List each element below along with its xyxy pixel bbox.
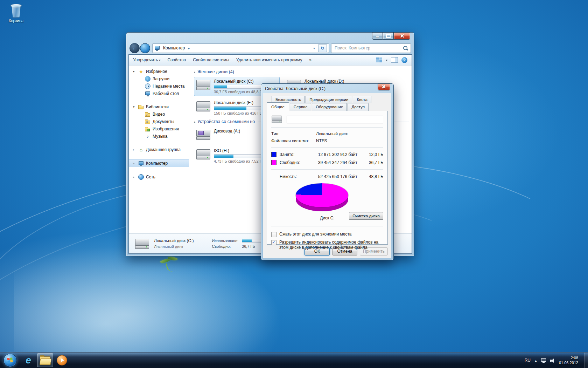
tab-previous-versions[interactable]: Предыдущие версии	[306, 96, 352, 103]
group-header-label: Устройства со съемными но	[197, 119, 255, 124]
forward-button[interactable]	[140, 43, 150, 53]
search-input[interactable]	[334, 45, 403, 51]
sidebar-spacer	[129, 140, 189, 146]
tab-hardware[interactable]: Оборудование	[312, 103, 347, 111]
removable-drive-icon	[196, 148, 211, 161]
help-icon[interactable]	[401, 57, 407, 63]
expander-icon[interactable]	[133, 162, 137, 165]
free-color-swatch	[271, 160, 276, 165]
tab-security[interactable]: Безопасность	[272, 96, 305, 103]
disk-cleanup-button[interactable]: Очистка диска	[349, 212, 383, 220]
change-view-icon[interactable]	[376, 57, 382, 63]
capacity-row: Емкость: 52 425 650 176 байт 48,8 ГБ	[271, 174, 383, 179]
expander-icon[interactable]	[133, 148, 137, 151]
sidebar-item-pictures[interactable]: Изображения	[129, 125, 189, 132]
sidebar-label: Рабочий стол	[153, 91, 179, 96]
sidebar-item-downloads[interactable]: Загрузки	[129, 75, 189, 82]
expander-icon[interactable]	[133, 175, 137, 179]
index-checkbox-row[interactable]: Разрешить индексировать содержимое файло…	[271, 240, 383, 250]
sidebar-label: Изображения	[153, 127, 179, 131]
search-icon[interactable]	[403, 46, 408, 51]
dialog-close-button[interactable]	[378, 83, 390, 90]
tab-tools[interactable]: Сервис	[290, 103, 311, 111]
search-box[interactable]	[331, 43, 411, 53]
minimize-button[interactable]	[372, 32, 383, 40]
details-drive-name: Локальный диск (C:)	[154, 238, 194, 243]
network-icon[interactable]	[541, 358, 546, 363]
hard-drive-icon	[134, 237, 150, 250]
explorer-titlebar[interactable]	[126, 33, 414, 42]
preview-pane-icon[interactable]	[391, 57, 398, 63]
compress-checkbox-row[interactable]: Сжать этот диск для экономии места	[271, 232, 383, 237]
internet-explorer-taskbar-button[interactable]: e	[20, 353, 36, 367]
sidebar-label: Видео	[153, 112, 165, 117]
drive-name: Локальный диск (D:)	[304, 79, 344, 84]
organize-menu[interactable]: Упорядочить	[133, 57, 160, 62]
compress-checkbox-label: Сжать этот диск для экономии места	[279, 232, 351, 237]
dialog-titlebar[interactable]: Свойства: Локальный диск (C:)	[261, 84, 393, 93]
show-desktop-button[interactable]	[584, 353, 588, 368]
sidebar-spacer	[129, 153, 189, 159]
view-dropdown-icon[interactable]	[386, 57, 387, 62]
system-properties-button[interactable]: Свойства системы	[193, 57, 229, 62]
sidebar-item-libraries[interactable]: Библиотеки	[129, 103, 189, 110]
sidebar-item-desktop[interactable]: Рабочий стол	[129, 90, 189, 97]
details-used-label: Использовано:	[212, 239, 239, 243]
sidebar-label: Музыка	[153, 134, 167, 139]
tab-quota[interactable]: Квота	[353, 96, 371, 103]
documents-icon: ≡	[145, 119, 150, 124]
drive-name: Дисковод (A:)	[214, 129, 240, 134]
expander-icon[interactable]	[133, 105, 137, 109]
libraries-icon	[138, 104, 144, 110]
tab-general[interactable]: Общие	[267, 102, 289, 111]
wallpaper-glow	[14, 245, 280, 364]
close-button[interactable]	[394, 32, 410, 40]
command-bar: Упорядочить Свойства Свойства системы Уд…	[129, 55, 412, 66]
group-expander-icon[interactable]	[194, 120, 195, 123]
sidebar-item-documents[interactable]: ≡ Документы	[129, 118, 189, 125]
sidebar-spacer	[129, 167, 189, 173]
maximize-button[interactable]	[383, 32, 394, 40]
sidebar-item-favorites[interactable]: Избранное	[129, 68, 189, 75]
explorer-taskbar-button[interactable]	[37, 353, 53, 367]
refresh-icon[interactable]	[318, 44, 327, 52]
back-button[interactable]	[130, 43, 140, 53]
breadcrumb-computer[interactable]: Компьютер	[161, 45, 187, 51]
pie-top	[296, 183, 348, 207]
start-button[interactable]	[4, 354, 17, 367]
address-dropdown-icon[interactable]	[312, 46, 317, 50]
volume-icon[interactable]	[550, 358, 555, 363]
chevron-right-icon[interactable]	[188, 46, 190, 50]
recycle-bin[interactable]: Корзина	[5, 3, 27, 23]
uninstall-program-button[interactable]: Удалить или изменить программу	[236, 57, 302, 62]
group-header-hard-disks[interactable]: Жесткие диски (4)	[194, 69, 409, 74]
sidebar-item-computer[interactable]: Компьютер	[129, 159, 189, 167]
used-size: 12,0 ГБ	[363, 152, 383, 157]
toolbar-overflow-button[interactable]: »	[309, 57, 312, 62]
video-icon: ▸	[145, 111, 150, 117]
address-bar[interactable]: Компьютер	[152, 43, 329, 53]
language-indicator[interactable]: RU	[525, 358, 531, 363]
type-value: Локальный диск	[316, 131, 348, 136]
sidebar-label: Документы	[153, 119, 174, 124]
sidebar-item-network[interactable]: Сеть	[129, 173, 189, 180]
index-checkbox[interactable]	[271, 240, 276, 245]
clock[interactable]: 2:08 01.06.2012	[559, 355, 580, 365]
sidebar-label: Недавние места	[153, 84, 184, 89]
hard-drive-icon	[196, 79, 211, 91]
expander-icon[interactable]	[133, 70, 137, 73]
show-hidden-icons-button[interactable]	[534, 358, 537, 363]
properties-button[interactable]: Свойства	[167, 57, 186, 62]
sidebar-item-video[interactable]: ▸ Видео	[129, 110, 189, 118]
compress-checkbox[interactable]	[271, 232, 276, 237]
volume-label-input[interactable]	[287, 116, 383, 123]
group-expander-icon[interactable]	[194, 70, 195, 74]
sidebar-item-music[interactable]: Музыка	[129, 132, 189, 140]
sidebar-item-recent-places[interactable]: Недавние места	[129, 82, 189, 90]
tab-sharing[interactable]: Доступ	[348, 103, 368, 111]
sidebar-item-homegroup[interactable]: Домашняя группа	[129, 146, 189, 153]
media-player-taskbar-button[interactable]	[54, 353, 70, 367]
downloads-icon	[145, 76, 150, 82]
clock-date: 01.06.2012	[559, 360, 578, 365]
navigation-pane: Избранное Загрузки Недавние места Рабочи…	[129, 66, 189, 233]
